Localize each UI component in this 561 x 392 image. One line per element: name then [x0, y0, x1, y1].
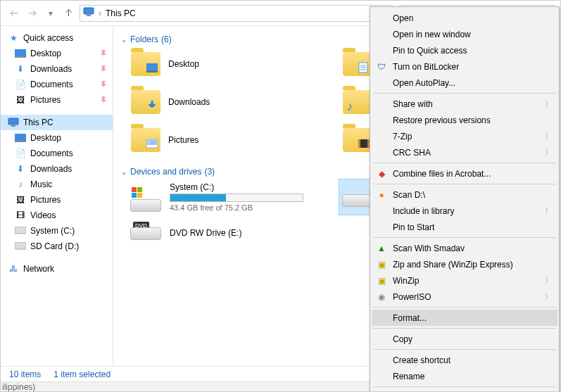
- videos-icon: 🎞: [15, 210, 26, 221]
- ctx-combine-acrobat[interactable]: ◆Combine files in Acrobat...: [372, 165, 557, 182]
- acrobat-icon: ◆: [376, 168, 387, 179]
- group-count: (6): [161, 34, 172, 44]
- status-item-count: 10 items: [9, 369, 41, 379]
- downloads-icon: ⬇: [15, 63, 26, 75]
- sidebar-item-label: Desktop: [30, 49, 61, 58]
- svg-rect-3: [15, 56, 26, 58]
- sidebar-item-downloads[interactable]: ⬇Downloads: [1, 61, 113, 77]
- svg-rect-10: [146, 63, 158, 71]
- folder-downloads[interactable]: Downloads: [130, 88, 342, 116]
- svg-rect-0: [84, 8, 94, 14]
- pictures-icon: 🖼: [15, 94, 26, 106]
- svg-rect-11: [146, 71, 158, 72]
- ctx-scan-smadav[interactable]: ▲Scan With Smadav: [372, 240, 557, 256]
- ctx-open-autoplay[interactable]: Open AutoPlay...: [372, 75, 557, 91]
- navigation-pane: ★ Quick access Desktop ⬇Downloads 📄Docum…: [1, 26, 113, 366]
- ctx-poweriso[interactable]: ◉PowerISO〉: [372, 289, 557, 305]
- ctx-format[interactable]: Format...: [372, 310, 557, 326]
- sidebar-item-music[interactable]: ♪Music: [1, 177, 113, 192]
- ctx-open-new-window[interactable]: Open in new window: [372, 26, 557, 42]
- sidebar-item-videos[interactable]: 🎞Videos: [1, 208, 113, 223]
- svg-rect-25: [137, 193, 142, 198]
- ctx-properties[interactable]: Properties: [372, 389, 557, 392]
- sidebar-item-documents[interactable]: 📄Documents: [1, 146, 113, 161]
- submenu-arrow-icon: 〉: [545, 148, 552, 158]
- item-label: Desktop: [168, 59, 199, 69]
- ctx-include-library[interactable]: Include in library〉: [372, 203, 557, 219]
- folder-pictures[interactable]: Pictures: [130, 126, 342, 154]
- sidebar-item-label: Quick access: [23, 33, 73, 43]
- back-button[interactable]: 🡠: [6, 6, 22, 21]
- status-selected-count: 1 item selected: [53, 369, 111, 379]
- sidebar-item-pictures[interactable]: 🖼Pictures: [1, 192, 113, 208]
- folder-icon: [342, 126, 373, 154]
- ctx-crc-sha[interactable]: CRC SHA〉: [372, 144, 557, 160]
- sidebar-item-pictures[interactable]: 🖼Pictures: [1, 92, 113, 108]
- sidebar-item-label: Pictures: [30, 195, 61, 205]
- folder-icon: [130, 50, 161, 78]
- recent-dropdown[interactable]: ▾: [43, 6, 58, 21]
- sidebar-item-label: Documents: [30, 148, 73, 158]
- sidebar-network[interactable]: 🖧Network: [1, 261, 113, 277]
- folder-icon: ♪: [342, 88, 373, 116]
- winzip-icon: ▣: [376, 259, 387, 270]
- sidebar-item-desktop[interactable]: Desktop: [1, 46, 113, 61]
- forward-button[interactable]: 🡢: [25, 6, 40, 21]
- svg-rect-5: [11, 125, 15, 127]
- ctx-winzip-express[interactable]: ▣Zip and Share (WinZip Express): [372, 256, 557, 272]
- address-bar[interactable]: › This PC: [80, 5, 393, 22]
- documents-icon: 📄: [15, 79, 26, 90]
- svg-rect-6: [15, 134, 26, 141]
- ctx-open[interactable]: Open: [372, 10, 557, 26]
- shield-icon: 🛡: [376, 61, 387, 72]
- sidebar-item-sd-card-d[interactable]: SD Card (D:): [1, 239, 113, 254]
- drive-system-c[interactable]: System (C:) 43.4 GB free of 75.2 GB: [130, 182, 342, 212]
- sidebar-item-desktop[interactable]: Desktop: [1, 130, 113, 146]
- music-icon: ♪: [15, 179, 26, 190]
- dvd-drive-icon: DVD: [130, 222, 163, 244]
- breadcrumb-location[interactable]: This PC: [106, 8, 136, 18]
- sidebar-this-pc[interactable]: This PC: [1, 115, 113, 130]
- ctx-copy[interactable]: Copy: [372, 331, 557, 347]
- chevron-down-icon: ⌄: [120, 167, 127, 177]
- drive-dvd-rw-e[interactable]: DVD DVD RW Drive (E:): [130, 222, 342, 244]
- documents-icon: 📄: [15, 148, 26, 159]
- svg-rect-20: [358, 139, 360, 148]
- group-count: (3): [204, 167, 215, 177]
- sidebar-quick-access[interactable]: ★ Quick access: [1, 30, 113, 46]
- ctx-winzip[interactable]: ▣WinZip〉: [372, 272, 557, 289]
- sidebar-item-label: Network: [23, 264, 54, 274]
- submenu-arrow-icon: 〉: [545, 206, 552, 216]
- up-button[interactable]: 🡡: [61, 6, 77, 21]
- ctx-scan-d[interactable]: ●Scan D:\: [372, 186, 557, 203]
- sidebar-item-label: This PC: [23, 118, 53, 127]
- breadcrumb-chevron-icon[interactable]: ›: [99, 8, 101, 18]
- folder-desktop[interactable]: Desktop: [130, 50, 342, 78]
- this-pc-icon: [83, 6, 94, 20]
- drive-name: System (C:): [170, 182, 303, 192]
- separator: [373, 349, 556, 350]
- sidebar-item-label: Pictures: [30, 95, 61, 105]
- ctx-share-with[interactable]: Share with〉: [372, 96, 557, 112]
- sidebar-item-label: Documents: [30, 80, 73, 89]
- ctx-restore-versions[interactable]: Restore previous versions: [372, 112, 557, 128]
- sidebar-item-documents[interactable]: 📄Documents: [1, 77, 113, 92]
- context-menu: Open Open in new window Pin to Quick acc…: [370, 6, 560, 392]
- drive-icon: [15, 225, 26, 236]
- ctx-7zip[interactable]: 7-Zip〉: [372, 128, 557, 144]
- ctx-create-shortcut[interactable]: Create shortcut: [372, 352, 557, 368]
- svg-rect-8: [15, 227, 26, 234]
- sidebar-item-downloads[interactable]: ⬇Downloads: [1, 161, 113, 177]
- capacity-bar: [170, 194, 303, 202]
- svg-point-18: [149, 141, 151, 144]
- sidebar-item-label: Downloads: [30, 64, 72, 74]
- sidebar-item-system-c[interactable]: System (C:): [1, 223, 113, 239]
- submenu-arrow-icon: 〉: [545, 99, 552, 109]
- ctx-rename[interactable]: Rename: [372, 368, 557, 384]
- smadav-icon: ▲: [376, 243, 387, 254]
- ctx-pin-quick-access[interactable]: Pin to Quick access: [372, 42, 557, 58]
- sidebar-item-label: System (C:): [30, 226, 75, 236]
- ctx-bitlocker[interactable]: 🛡Turn on BitLocker: [372, 58, 557, 75]
- winzip-icon: ▣: [376, 275, 387, 286]
- ctx-pin-start[interactable]: Pin to Start: [372, 219, 557, 235]
